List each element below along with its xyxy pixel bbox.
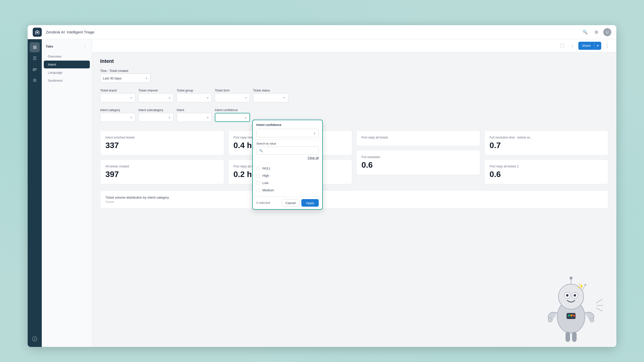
apply-button[interactable]: Apply bbox=[301, 199, 319, 207]
more-options-button[interactable]: ⋮ bbox=[603, 42, 611, 50]
intent-enriched-label: Intent enriched tickets bbox=[105, 136, 219, 139]
filters-container: Time - Ticket created Last 30 days ▼ Tic… bbox=[100, 69, 608, 125]
svg-point-10 bbox=[566, 294, 569, 297]
intent-select[interactable]: ▼ bbox=[177, 113, 212, 122]
ticket-status-label: Ticket status bbox=[253, 89, 288, 92]
app-logo bbox=[33, 28, 42, 37]
clear-all-link[interactable]: Clear all bbox=[256, 156, 319, 160]
option-high-checkbox[interactable] bbox=[256, 174, 260, 177]
robot-svg: ✨ bbox=[538, 266, 604, 347]
intent-enriched-tickets-card: Intent enriched tickets 337 bbox=[100, 130, 224, 155]
svg-point-13 bbox=[570, 277, 573, 280]
dropdown-search-icon: 🔍 bbox=[259, 149, 263, 152]
dropdown-search-box[interactable]: 🔍 bbox=[256, 147, 319, 155]
ticket-channel-select[interactable]: ▼ bbox=[138, 93, 174, 102]
share-button-group: Share ▼ bbox=[578, 42, 601, 50]
all-tickets-created-value: 397 bbox=[105, 170, 219, 179]
share-dropdown-button[interactable]: ▼ bbox=[594, 42, 601, 50]
expand-button[interactable]: ⛶ bbox=[558, 42, 566, 50]
second-filters-row: Intent category ▼ Intent subcategory ▼ bbox=[100, 108, 608, 122]
option-null[interactable]: NULL bbox=[256, 165, 319, 172]
sidebar-header: Tabs ‹ bbox=[42, 43, 92, 52]
ticket-group-select[interactable]: ▼ bbox=[177, 93, 212, 102]
footer-actions: Cancel Apply bbox=[282, 199, 319, 207]
full-res-3-value: 0.6 bbox=[490, 170, 603, 179]
intent-confidence-chevron-icon: ▲ bbox=[245, 116, 247, 119]
svg-point-9 bbox=[572, 292, 578, 298]
option-high[interactable]: High bbox=[256, 172, 319, 179]
intent-label: Intent bbox=[177, 108, 212, 112]
sidebar-icon-list[interactable]: ☰ bbox=[30, 53, 40, 63]
option-low[interactable]: Low bbox=[256, 179, 319, 187]
sidebar-icon-reports[interactable] bbox=[30, 64, 40, 74]
option-medium-label: Medium bbox=[262, 188, 274, 192]
intent-confidence-select[interactable]: ▲ bbox=[215, 113, 250, 122]
all-tickets-created-label: All tickets created bbox=[105, 165, 219, 168]
ticket-brand-filter: Ticket brand ▼ bbox=[100, 89, 135, 102]
sidebar-icon-settings[interactable]: ⚙ bbox=[30, 75, 40, 85]
full-resolution-label: Full resolution time - tickets wi... bbox=[490, 136, 603, 139]
svg-point-14 bbox=[548, 318, 552, 322]
ticket-channel-filter: Ticket channel ▼ bbox=[138, 89, 174, 102]
intent-confidence-filter: Intent confidence ▲ bbox=[215, 108, 250, 122]
svg-point-11 bbox=[574, 294, 576, 297]
intent-enriched-value: 337 bbox=[105, 141, 219, 150]
ticket-group-label: Ticket group bbox=[177, 89, 212, 92]
search-by-value-label: Search by value bbox=[256, 142, 319, 145]
dropdown-header: Intent confidence ▲ bbox=[253, 120, 322, 140]
time-filter-group: Time - Ticket created Last 30 days ▼ bbox=[100, 69, 150, 83]
intent-category-chevron-icon: ▼ bbox=[130, 116, 133, 119]
robot-illustration: ✨ bbox=[538, 266, 604, 347]
sidebar-item-intent[interactable]: Intent bbox=[44, 61, 90, 68]
svg-text:✨: ✨ bbox=[577, 283, 584, 289]
dropdown-options-list: NULL High Low Medium bbox=[253, 164, 322, 196]
content-area: Intent Time - Ticket created Last 30 day… bbox=[92, 52, 616, 347]
user-avatar[interactable]: U bbox=[603, 28, 611, 36]
sidebar-item-overview[interactable]: Overview bbox=[44, 53, 90, 60]
sidebar-item-language[interactable]: Language bbox=[44, 69, 90, 76]
intent-subcategory-select[interactable]: ▼ bbox=[138, 113, 174, 122]
time-filter-label: Time - Ticket created bbox=[100, 69, 150, 73]
sidebar-icon-dashboard[interactable]: ⊞ bbox=[30, 42, 40, 52]
share-button[interactable]: Share bbox=[578, 42, 594, 50]
download-button[interactable]: ↓ bbox=[568, 42, 576, 50]
option-medium-checkbox[interactable] bbox=[256, 189, 260, 192]
dropdown-footer: 0 selected Cancel Apply bbox=[253, 196, 322, 209]
svg-point-24 bbox=[585, 284, 586, 286]
logo-icon bbox=[35, 30, 40, 35]
svg-rect-18 bbox=[567, 313, 576, 319]
ticket-channel-label: Ticket channel bbox=[138, 89, 174, 92]
svg-point-19 bbox=[568, 314, 570, 316]
sidebar-item-sentiment[interactable]: Sentiment bbox=[44, 77, 90, 84]
dropdown-select-chevron-icon: ▲ bbox=[313, 131, 316, 134]
top-bar-actions: 🔍 ⊞ U bbox=[581, 28, 611, 36]
full-res-2-value: 0.6 bbox=[361, 160, 475, 170]
full-res-3-label: First reply all tickets 2 bbox=[490, 165, 603, 168]
intent-filter: Intent ▼ bbox=[177, 108, 212, 122]
intent-confidence-dropdown: Intent confidence ▲ Search by value 🔍 Cl… bbox=[252, 120, 323, 210]
intent-category-select[interactable]: ▼ bbox=[100, 113, 135, 122]
distribution-title: Ticket volume distribution by intent cat… bbox=[105, 196, 603, 199]
intent-subcategory-chevron-icon: ▼ bbox=[168, 116, 171, 119]
svg-point-8 bbox=[564, 292, 570, 298]
main-layout: ⊞ ☰ ⚙ Z Tabs bbox=[28, 39, 616, 347]
option-low-checkbox[interactable] bbox=[256, 181, 260, 185]
full-resolution-card: Full resolution time - tickets wi... 0.7 bbox=[484, 130, 608, 155]
ticket-form-filter: Ticket form ▼ bbox=[215, 89, 250, 102]
ticket-group-filter: Ticket group ▼ bbox=[177, 89, 212, 102]
content-wrapper: ⛶ ↓ Share ▼ ⋮ Intent Time - Ticket creat… bbox=[92, 39, 616, 347]
grid-button[interactable]: ⊞ bbox=[592, 28, 600, 36]
time-filter-select[interactable]: Last 30 days ▼ bbox=[100, 74, 150, 83]
option-medium[interactable]: Medium bbox=[256, 187, 319, 194]
ticket-brand-select[interactable]: ▼ bbox=[100, 93, 135, 102]
ticket-form-select[interactable]: ▼ bbox=[215, 93, 250, 102]
sidebar-collapse-button[interactable]: ‹ bbox=[82, 43, 88, 49]
ticket-brand-label: Ticket brand bbox=[100, 89, 135, 92]
search-button[interactable]: 🔍 bbox=[581, 28, 589, 36]
option-null-checkbox[interactable] bbox=[256, 167, 260, 170]
ticket-status-select[interactable]: ▼ bbox=[253, 93, 288, 102]
cancel-button[interactable]: Cancel bbox=[282, 199, 299, 207]
dropdown-select[interactable]: ▲ bbox=[256, 129, 319, 137]
app-title: Zendesk AI: Intelligent Triage bbox=[46, 30, 581, 34]
full-res-2-card: Full resolution 0.6 bbox=[356, 150, 480, 175]
